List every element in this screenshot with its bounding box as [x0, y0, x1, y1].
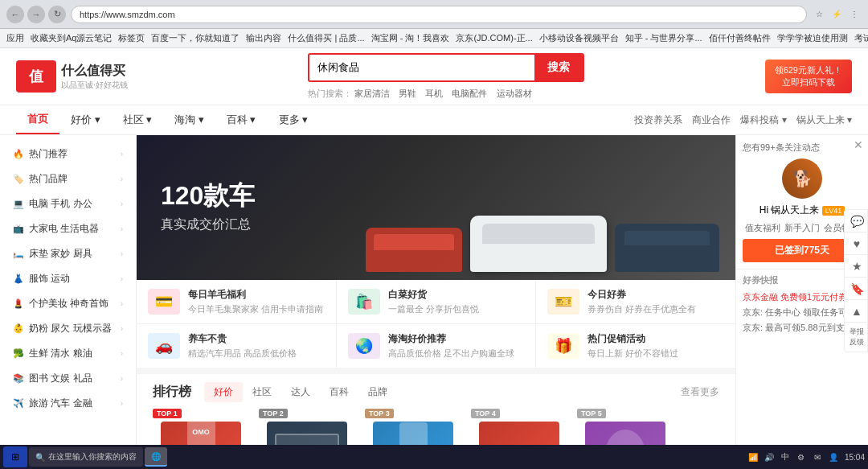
bookmark-more1[interactable]: 佰仟付善终帖件	[709, 32, 771, 44]
sidebar-label: 电脑 手机 办公	[29, 197, 92, 211]
float-top-icon[interactable]: ▲	[845, 300, 868, 323]
back-button[interactable]: ←	[6, 6, 24, 23]
arrow-icon: ›	[121, 274, 123, 283]
nav-hotpot[interactable]: 锅从天上来 ▾	[796, 113, 852, 127]
nav-item-wiki[interactable]: 百科 ▾	[215, 106, 268, 134]
float-heart-icon[interactable]: ♥	[845, 232, 868, 255]
nav-explosive[interactable]: 爆科投稿 ▾	[740, 113, 786, 127]
ranking-tab-deals[interactable]: 好价	[204, 382, 243, 402]
start-button[interactable]: ⊞	[3, 446, 27, 467]
bookmark-apps[interactable]: 应用	[6, 32, 24, 44]
sidebar-item-baby[interactable]: 👶 奶粉 尿欠 玩模示器 ›	[0, 316, 136, 341]
taskbar-browser[interactable]: 🌐	[145, 447, 167, 467]
ime-icon[interactable]: 中	[779, 450, 792, 463]
bookmark-tabs[interactable]: 标签页	[118, 32, 145, 44]
taskbar-time: 15:04	[845, 453, 865, 462]
nav-invest[interactable]: 投资养关系	[634, 113, 682, 127]
bookmark-smzdm[interactable]: 什么值得买 | 品质...	[288, 32, 364, 44]
sidebar-item-books[interactable]: 📚 图书 文娱 礼品 ›	[0, 366, 136, 391]
hot-search: 热门搜索： 家居清洁 男鞋 耳机 电脑配件 运动器材	[308, 88, 584, 100]
bookmark-jd[interactable]: 京东(JD.COM)-正...	[456, 32, 532, 44]
ranking-tab-community[interactable]: 社区	[243, 382, 281, 402]
bookmark-baidu[interactable]: 百度一下，你就知道了	[151, 32, 240, 44]
browser-taskbar-icon: 🌐	[151, 452, 161, 461]
sidebar-label: 热门品牌	[29, 172, 68, 186]
hot-search-item[interactable]: 电脑配件	[452, 88, 487, 98]
bookmark-learn[interactable]: 学学学被迫使用测	[777, 32, 848, 44]
nav-item-deals[interactable]: 好价 ▾	[59, 106, 112, 134]
feature-deals[interactable]: 🛍️ 白菜好货 一篇最全 分享折包喜悦	[337, 280, 536, 323]
search-button[interactable]: 搜索	[534, 55, 583, 80]
star-icon[interactable]: ☆	[812, 7, 826, 22]
sidebar-label: 生鲜 清水 粮油	[29, 347, 92, 360]
mail-icon[interactable]: ✉	[811, 450, 824, 463]
hot-search-item[interactable]: 家居清洁	[354, 88, 390, 98]
panel-close-button[interactable]: ✕	[854, 138, 863, 151]
book-icon: 📚	[13, 373, 24, 384]
ranking-tab-wiki[interactable]: 百科	[320, 382, 358, 402]
ranking-more[interactable]: 查看更多	[681, 385, 719, 399]
coupons-icon: 🎫	[547, 289, 579, 315]
bookmark-exam[interactable]: 考试报名	[854, 32, 868, 44]
sidebar-item-travel[interactable]: ✈️ 旅游 汽车 金融 ›	[0, 391, 136, 416]
sidebar-item-appliance[interactable]: 📺 大家电 生活电器 ›	[0, 216, 136, 241]
nav-right: 投资养关系 商业合作 爆科投稿 ▾ 锅从天上来 ▾	[634, 113, 852, 127]
ranking-tab-brand[interactable]: 品牌	[358, 382, 397, 402]
ranking-title: 排行榜	[153, 384, 191, 401]
feature-promo[interactable]: 🎁 热门促销活动 每日上新 好价不容错过	[536, 324, 735, 368]
taskbar: ⊞ 🔍 在这里输入你搜索的内容 🌐 📶 🔊 中 ⚙ ✉ 👤 15:04	[0, 445, 868, 469]
hot-search-item[interactable]: 耳机	[425, 88, 443, 98]
car-black	[615, 224, 719, 272]
user-avatar[interactable]: 🐕	[782, 158, 822, 199]
volume-icon[interactable]: 🔊	[763, 450, 776, 463]
feature-desc: 今日羊毛集聚家家 信用卡申请指南	[188, 303, 325, 315]
hot-search-item[interactable]: 运动器材	[497, 88, 532, 98]
feature-car[interactable]: 🚗 养车不贵 精选汽车用品 高品质低价格	[137, 324, 336, 368]
sidebar-item-fashion[interactable]: 👗 服饰 运动 ›	[0, 266, 136, 291]
coupon-banner[interactable]: 领629元新人礼！ 立即扫码下载	[765, 60, 852, 93]
feature-coupons[interactable]: 🎫 今日好券 券券伤自 好券在手优惠全有	[536, 280, 735, 323]
nav-item-overseas[interactable]: 海淘 ▾	[163, 106, 215, 134]
float-bookmark-icon[interactable]: 🔖	[845, 278, 868, 300]
feature-wool[interactable]: 💳 每日羊毛福利 今日羊毛集聚家家 信用卡申请指南	[137, 280, 336, 323]
search-box: 搜索	[308, 53, 584, 82]
arrow-icon: ›	[121, 299, 123, 308]
bookmark-taobao[interactable]: 淘宝网 - 淘！我喜欢	[371, 32, 450, 44]
ranking-tab-expert[interactable]: 达人	[281, 382, 320, 402]
user-icon[interactable]: 👤	[827, 450, 840, 463]
forward-button[interactable]: →	[27, 6, 45, 23]
extension-icon[interactable]: ⚡	[829, 7, 844, 22]
nav-business[interactable]: 商业合作	[692, 113, 731, 127]
sidebar-item-furniture[interactable]: 🛏️ 床垫 家妙 厨具 ›	[0, 241, 136, 266]
nav-item-home[interactable]: 首页	[16, 105, 59, 134]
menu-icon[interactable]: ⋮	[847, 7, 862, 22]
user-link-benefits[interactable]: 值友福利	[745, 222, 780, 234]
sidebar-item-hot-brand[interactable]: 🏷️ 热门品牌 ›	[0, 167, 136, 191]
settings-icon[interactable]: ⚙	[795, 450, 808, 463]
taskbar-search[interactable]: 🔍 在这里输入你搜索的内容	[29, 447, 143, 467]
banner-area[interactable]: 120款车 真实成交价汇总	[137, 135, 735, 280]
feature-overseas[interactable]: 🌏 海淘好价推荐 高品质低价格 足不出户购遍全球	[337, 324, 536, 368]
bookmark-video[interactable]: 小移动设备视频平台	[539, 32, 619, 44]
url-text: https://www.smzdm.com	[80, 10, 175, 19]
search-input[interactable]	[309, 55, 534, 80]
nav-item-more[interactable]: 更多 ▾	[268, 106, 320, 134]
nav-item-community[interactable]: 社区 ▾	[112, 106, 164, 134]
network-icon[interactable]: 📶	[747, 450, 760, 463]
coupon-sub: 立即扫码下载	[775, 76, 842, 88]
bookmark-output[interactable]: 输出内容	[246, 32, 281, 44]
float-star-icon[interactable]: ★	[845, 255, 868, 278]
sidebar-item-hot-recommend[interactable]: 🔥 热门推荐 ›	[0, 142, 136, 167]
sidebar-item-fresh[interactable]: 🥦 生鲜 清水 粮油 ›	[0, 341, 136, 366]
bookmark-cloud[interactable]: 收藏夹到Aq源云笔记	[31, 32, 112, 44]
float-chat-icon[interactable]: 💬	[845, 210, 868, 232]
bookmark-zhihu[interactable]: 知乎 - 与世界分享...	[625, 32, 702, 44]
url-bar[interactable]: https://www.smzdm.com	[71, 6, 807, 23]
hot-search-item[interactable]: 男鞋	[399, 88, 416, 98]
sidebar-label: 床垫 家妙 厨具	[29, 247, 92, 261]
refresh-button[interactable]: ↻	[48, 6, 66, 23]
sidebar-item-digital[interactable]: 💻 电脑 手机 办公 ›	[0, 191, 136, 216]
sidebar-item-beauty[interactable]: 💄 个护美妆 神奇首饰 ›	[0, 291, 136, 316]
user-link-newbie[interactable]: 新手入门	[784, 222, 820, 234]
site-wrapper: 值 什么值得买 以品至诚·好好花钱 搜索 热门搜索： 家居清洁 男鞋 耳机 电脑…	[0, 48, 868, 469]
